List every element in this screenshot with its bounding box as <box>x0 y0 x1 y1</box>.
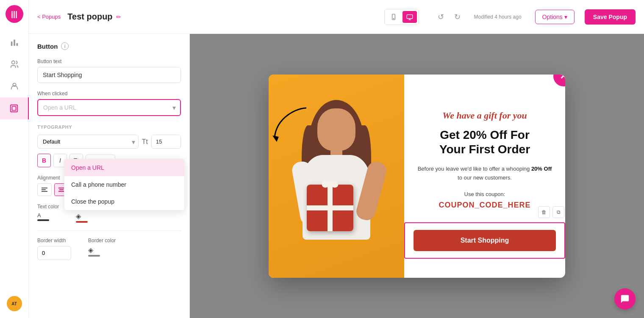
top-header: < Popups Test popup ✏ ↺ ↻ Modified 4 hou… <box>29 0 644 34</box>
border-color-swatch[interactable]: ◈ <box>88 246 116 254</box>
save-popup-button[interactable]: Save Popup <box>585 9 636 25</box>
info-icon[interactable]: i <box>61 42 69 50</box>
svg-rect-0 <box>11 41 12 46</box>
button-text-label: Button text <box>37 58 181 64</box>
mobile-device-btn[interactable] <box>386 11 401 23</box>
font-size-input[interactable] <box>151 135 181 149</box>
bg-color-indicator <box>76 221 88 223</box>
dropdown-item-open-url[interactable]: Open a URL <box>64 159 184 176</box>
when-clicked-field: When clicked Open a URL Call a phone num… <box>37 91 181 116</box>
text-color-label: Text color <box>37 204 59 210</box>
chat-bubble-button[interactable] <box>614 288 636 310</box>
modified-status: Modified 4 hours ago <box>474 14 522 20</box>
align-left-button[interactable] <box>37 183 52 196</box>
when-clicked-select[interactable]: Open a URL Call a phone number Close the… <box>37 99 181 116</box>
text-color-swatch[interactable]: A <box>37 212 59 218</box>
svg-marker-19 <box>272 135 279 142</box>
bold-button[interactable]: B <box>37 154 51 167</box>
undo-button[interactable]: ↺ <box>434 11 447 23</box>
when-clicked-label: When clicked <box>37 91 181 97</box>
popup-action-area: 🗑 ⧉ Start Shopping <box>404 222 565 259</box>
popup-headline: Get 20% Off For Your First Order <box>439 128 530 156</box>
dropdown-item-call-phone[interactable]: Call a phone number <box>64 176 184 193</box>
sidebar-item-users[interactable] <box>0 75 29 97</box>
copy-element-button[interactable]: ⧉ <box>552 206 564 218</box>
sidebar-item-analytics[interactable] <box>0 31 29 53</box>
sidebar-item-segments[interactable] <box>0 53 29 75</box>
page-title: Test popup <box>67 12 112 22</box>
delete-icon: 🗑 <box>541 209 547 215</box>
font-select-container: Default ▾ <box>37 135 139 149</box>
border-color-group: Border color ◈ <box>88 238 116 260</box>
sidebar-item-layers[interactable] <box>0 97 29 119</box>
border-width-label: Border width <box>37 238 71 243</box>
svg-point-3 <box>11 61 14 64</box>
icon-sidebar: ||| AT <box>0 0 29 318</box>
device-buttons <box>384 9 419 25</box>
svg-rect-6 <box>12 106 16 110</box>
border-width-input[interactable] <box>37 246 71 260</box>
delete-element-button[interactable]: 🗑 <box>538 206 550 218</box>
arrow-annotation <box>268 104 319 148</box>
button-text-field: Button text <box>37 58 181 83</box>
panel-title: Button i <box>37 42 181 50</box>
popup-subtext: Before you leave we'd like to offer a wh… <box>417 165 552 183</box>
main-area: < Popups Test popup ✏ ↺ ↻ Modified 4 hou… <box>29 0 644 318</box>
font-select[interactable]: Default <box>37 135 139 149</box>
when-clicked-select-container: Open a URL Call a phone number Close the… <box>37 99 181 116</box>
svg-rect-1 <box>14 40 15 46</box>
page-title-area: Test popup ✏ <box>67 12 121 22</box>
copy-icon: ⧉ <box>557 209 561 215</box>
svg-point-8 <box>393 18 394 19</box>
user-avatar[interactable]: AT <box>7 296 22 311</box>
svg-rect-2 <box>16 43 18 46</box>
tt-icon: Tt <box>142 138 148 146</box>
dropdown-menu: Open a URL Call a phone number Close the… <box>64 159 185 210</box>
app-logo[interactable]: ||| <box>6 5 23 23</box>
popup-coupon-code: COUPON_CODE_HERE <box>439 201 530 210</box>
popup-content-side: ✕ We have a gift for you Get 20% Off For… <box>404 75 565 278</box>
back-link[interactable]: < Popups <box>37 14 61 20</box>
border-row: Border width Border color ◈ <box>37 238 181 260</box>
dropdown-item-close-popup[interactable]: Close the popup <box>64 193 184 210</box>
left-panel: Button i Button text When clicked Open a… <box>29 34 190 318</box>
text-color-group: Text color A <box>37 204 59 223</box>
popup-close-button[interactable]: ✕ <box>553 75 565 86</box>
content-row: Button i Button text When clicked Open a… <box>29 34 644 318</box>
svg-rect-5 <box>10 105 17 112</box>
popup-action-icons: 🗑 ⧉ <box>538 206 564 218</box>
edit-title-icon[interactable]: ✏ <box>116 14 121 20</box>
redo-button[interactable]: ↻ <box>451 11 464 23</box>
svg-rect-9 <box>407 14 412 18</box>
logo-icon: ||| <box>11 10 17 19</box>
preview-area: ✕ We have a gift for you Get 20% Off For… <box>190 34 644 318</box>
start-shopping-button[interactable]: Start Shopping <box>414 230 556 251</box>
bg-color-swatch[interactable]: ◈ <box>76 212 115 220</box>
border-color-label: Border color <box>88 238 116 243</box>
typography-section-label: Typography <box>37 124 181 130</box>
typography-row: Default ▾ Tt <box>37 135 181 149</box>
button-text-input[interactable] <box>37 67 181 83</box>
popup-use-coupon: Use this coupon: <box>464 191 505 197</box>
popup-gift-text: We have a gift for you <box>442 110 527 121</box>
text-color-indicator <box>37 219 49 221</box>
undo-redo-group: ↺ ↻ <box>434 11 464 23</box>
options-button[interactable]: Options ▾ <box>535 10 575 24</box>
border-width-group: Border width <box>37 238 71 260</box>
border-color-indicator <box>88 255 100 257</box>
desktop-device-btn[interactable] <box>402 11 417 23</box>
